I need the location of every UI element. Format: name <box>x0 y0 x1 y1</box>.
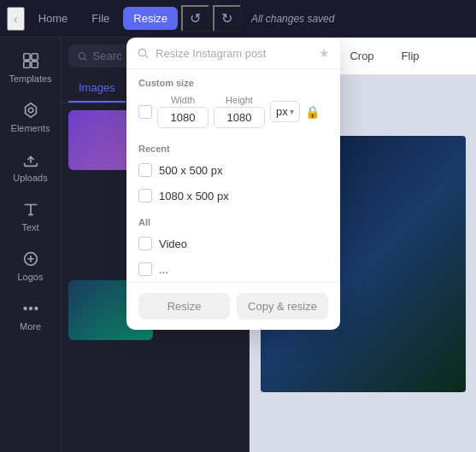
recent-1-checkbox[interactable] <box>138 189 152 203</box>
chevron-down-icon: ▾ <box>290 107 294 116</box>
sidebar-item-more[interactable]: More <box>3 292 58 338</box>
unit-select[interactable]: px ▾ <box>270 101 300 122</box>
svg-point-10 <box>79 52 85 58</box>
text-label: Text <box>21 222 38 232</box>
star-icon: ★ <box>319 46 330 60</box>
svg-point-5 <box>28 108 33 113</box>
resize-search-row: ★ <box>126 38 340 69</box>
custom-size-checkbox[interactable] <box>138 105 152 119</box>
sidebar-item-logos[interactable]: Logos <box>3 243 58 289</box>
redo-button[interactable]: ↻ <box>213 5 241 32</box>
saved-status: All changes saved <box>251 13 334 25</box>
logos-icon <box>21 249 40 268</box>
svg-line-13 <box>145 56 148 58</box>
all-1-checkbox[interactable] <box>138 262 152 276</box>
svg-rect-3 <box>31 62 37 68</box>
recent-label: Recent <box>126 135 340 157</box>
uploads-icon <box>21 150 40 169</box>
file-button[interactable]: File <box>81 7 120 30</box>
height-label: Height <box>226 95 253 105</box>
all-option-1[interactable]: ... <box>126 256 340 282</box>
logos-label: Logos <box>18 272 44 282</box>
width-field: Width <box>157 95 209 128</box>
flip-button[interactable]: Flip <box>395 46 426 66</box>
svg-rect-2 <box>23 62 29 68</box>
all-1-label: ... <box>159 263 168 276</box>
resize-search-icon <box>137 47 149 59</box>
uploads-label: Uploads <box>13 173 47 183</box>
height-input[interactable] <box>214 107 265 128</box>
recent-0-label: 500 x 500 px <box>159 164 222 177</box>
height-field: Height <box>214 95 265 128</box>
copy-resize-button[interactable]: Copy & resize <box>237 293 328 320</box>
svg-line-11 <box>85 58 87 61</box>
resize-dropdown: ★ Custom size Width Height px ▾ 🔒 Recent <box>126 38 340 330</box>
svg-point-9 <box>35 308 38 310</box>
all-label: All <box>126 208 340 231</box>
sidebar-item-uploads[interactable]: Uploads <box>3 144 58 190</box>
unit-value: px <box>276 105 288 118</box>
elements-icon <box>21 101 40 120</box>
tab-images[interactable]: Images <box>68 74 126 103</box>
resize-search-input[interactable] <box>156 47 312 60</box>
top-nav: ‹ Home File Resize ↺ ↻ All changes saved <box>0 0 476 38</box>
custom-size-row: Width Height px ▾ 🔒 <box>126 91 340 135</box>
resize-button[interactable]: Resize <box>123 7 178 30</box>
svg-point-12 <box>138 49 145 56</box>
all-0-label: Video <box>159 238 187 250</box>
width-label: Width <box>171 95 195 105</box>
crop-button[interactable]: Crop <box>343 46 380 66</box>
all-option-0[interactable]: Video <box>126 231 340 256</box>
resize-scrollable[interactable]: Custom size Width Height px ▾ 🔒 Recent 5… <box>126 69 340 282</box>
svg-rect-1 <box>31 54 37 60</box>
recent-option-0[interactable]: 500 x 500 px <box>126 157 340 183</box>
undo-button[interactable]: ↺ <box>181 5 209 32</box>
text-icon <box>21 200 40 219</box>
more-label: More <box>20 321 41 332</box>
sidebar: Templates Elements Uploads Text <box>0 38 62 452</box>
resize-footer: Resize Copy & resize <box>126 282 340 330</box>
svg-point-8 <box>29 308 32 310</box>
svg-rect-0 <box>23 54 29 60</box>
sidebar-item-text[interactable]: Text <box>3 193 58 239</box>
custom-size-label: Custom size <box>126 69 340 91</box>
recent-option-1[interactable]: 1080 x 500 px <box>126 183 340 208</box>
home-button[interactable]: Home <box>28 7 79 30</box>
back-button[interactable]: ‹ <box>7 7 25 31</box>
width-input[interactable] <box>157 107 209 128</box>
more-icon <box>21 299 40 318</box>
svg-marker-4 <box>25 103 36 118</box>
lock-icon: 🔒 <box>305 105 320 119</box>
resize-apply-button[interactable]: Resize <box>138 293 230 320</box>
templates-label: Templates <box>9 73 51 84</box>
templates-icon <box>21 51 40 70</box>
svg-point-7 <box>24 308 26 310</box>
sidebar-item-elements[interactable]: Elements <box>3 94 58 140</box>
recent-1-label: 1080 x 500 px <box>159 190 229 203</box>
all-0-checkbox[interactable] <box>138 237 152 250</box>
sidebar-item-templates[interactable]: Templates <box>3 44 58 91</box>
search-icon <box>77 50 88 62</box>
elements-label: Elements <box>11 123 50 133</box>
recent-0-checkbox[interactable] <box>138 163 152 177</box>
